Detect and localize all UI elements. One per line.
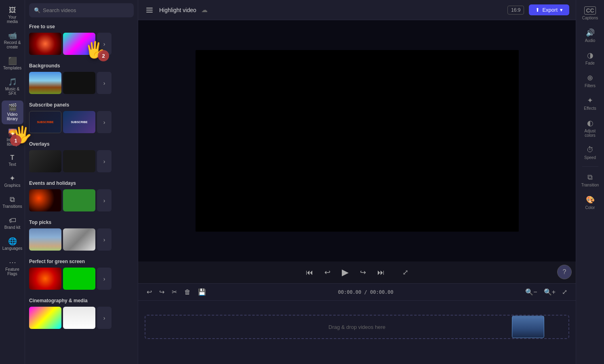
timeline-track: Drag & drop videos here [138,301,576,353]
thumb-landscape[interactable] [29,72,61,94]
thumb-fire[interactable] [29,33,61,55]
thumb-row-events-holidays: › [29,189,134,211]
more-button-overlays[interactable]: › [97,150,112,172]
video-library-icon: 🎬 [8,104,17,111]
fullscreen-button[interactable]: ⤢ [401,266,410,278]
right-tool-label: Filters [585,84,596,88]
sidebar-item-feature-flags[interactable]: ⋯ Feature Flags [2,255,23,279]
redo-button[interactable]: ↪ [157,287,166,297]
filters-icon: ⊕ [587,73,593,82]
zoom-out-button[interactable]: 🔍− [523,287,539,297]
thumb-overlay1[interactable] [29,150,61,172]
right-tool-effects[interactable]: ✦ Effects [578,93,602,114]
timeline-clip[interactable] [512,316,544,338]
sidebar-item-label: Record & create [3,40,22,49]
cloud-save-icon: ☁ [201,6,208,14]
thumb-neon[interactable] [63,33,95,55]
help-button[interactable]: ? [557,265,572,279]
sidebar-item-text[interactable]: T Text [2,151,23,170]
hamburger-button[interactable] [145,6,154,14]
sidebar-item-transitions[interactable]: ⧉ Transitions [2,192,23,212]
search-bar[interactable]: 🔍 Search videos [29,3,134,17]
thumb-mountain[interactable] [29,228,61,251]
your-media-icon: 🖼 [9,6,16,14]
thumb-cine2[interactable] [63,307,95,329]
skip-to-end-button[interactable]: ⏭ [376,267,386,278]
sidebar-item-label: Video library [3,112,22,121]
right-tool-label: Speed [584,155,596,160]
sidebar-item-languages[interactable]: 🌐 Languages [2,234,23,254]
more-button-backgrounds[interactable]: › [97,72,112,94]
sidebar-item-image-library[interactable]: 🌄 Image library [2,126,23,150]
section-title-events-holidays: Events and holidays [29,177,134,186]
right-tool-color[interactable]: 🎨 Color [578,192,602,213]
record-create-icon: 📹 [8,32,17,39]
sidebar-item-your-media[interactable]: 🖼 Your media [2,3,23,27]
right-tool-captions[interactable]: CC Captions [578,3,602,23]
right-tool-speed[interactable]: ⏱ Speed [578,142,602,163]
image-library-icon: 🌄 [8,129,17,136]
thumb-green[interactable] [63,189,95,211]
section-events-holidays: Events and holidays › [25,177,138,216]
more-button-top-picks[interactable]: › [97,228,112,251]
export-button[interactable]: ⬆ Export ▾ [529,4,569,15]
right-tool-label: Color [585,205,595,210]
section-green-screen: Perfect for green screen › [25,255,138,295]
transitions-icon: ⧉ [10,196,15,203]
sidebar-item-music-sfx[interactable]: 🎵 Music & SFX [2,75,23,99]
captions-icon: CC [584,6,596,15]
thumb-greenscreen1[interactable] [29,268,61,290]
thumb-subscribe1[interactable]: SUBSCRIBE [29,111,61,133]
right-tool-transition[interactable]: ⧉ Transition [578,170,602,190]
thumb-row-green-screen: › [29,268,134,290]
sidebar-item-brand-kit[interactable]: 🏷 Brand kit [2,213,23,233]
thumb-overlay2[interactable] [63,150,95,172]
more-button-subscribe-panels[interactable]: › [97,111,112,133]
delete-button[interactable]: 🗑 [182,287,193,297]
right-tool-fade[interactable]: ◑ Fade [578,48,602,69]
fit-to-window-button[interactable]: ⤢ [560,287,569,297]
cut-button[interactable]: ✂ [170,287,179,297]
sidebar-item-label: Image library [3,138,22,146]
timeline-area: ↩ ↪ ✂ 🗑 💾 00:00.00 / 00:00.00 🔍− 🔍+ ⤢ Dr… [138,283,576,364]
thumb-subscribe2[interactable]: SUBSCRIBE [63,111,95,133]
rewind-button[interactable]: ↩ [323,266,332,278]
forward-button[interactable]: ↪ [358,266,368,278]
aspect-ratio-badge[interactable]: 16:9 [507,6,524,15]
more-button-cinematography[interactable]: › [97,307,112,329]
section-title-cinematography: Cinematography & media [29,295,134,303]
right-panel: CC Captions 🔊 Audio ◑ Fade ⊕ Filters ✦ E… [576,0,604,364]
right-tool-audio[interactable]: 🔊 Audio [578,25,602,46]
thumb-greenscreen2[interactable] [63,268,95,290]
main-area: Highlight video ☁ 16:9 ⬆ Export ▾ ⏮ ↩ ▶ … [138,0,576,364]
sidebar-item-label: Transitions [2,204,22,209]
zoom-in-button[interactable]: 🔍+ [542,287,558,297]
thumb-row-subscribe-panels: SUBSCRIBE SUBSCRIBE › [29,111,134,133]
right-tool-label: Captions [582,16,598,20]
more-button-green-screen[interactable]: › [97,268,112,290]
more-button-events-holidays[interactable]: › [97,189,112,211]
save-button[interactable]: 💾 [196,287,208,297]
project-title: Highlight video [159,7,196,13]
play-button[interactable]: ▶ [340,266,350,279]
more-button-free-to-use[interactable]: › [97,33,112,55]
thumb-silver[interactable] [63,228,95,251]
right-tool-filters[interactable]: ⊕ Filters [578,70,602,91]
thumb-fireworks[interactable] [29,189,61,211]
section-backgrounds: Backgrounds › [25,60,138,99]
top-bar-right: 16:9 ⬆ Export ▾ [507,4,569,15]
sidebar-item-templates[interactable]: ⬛ Templates [2,54,23,73]
sidebar-item-label: Music & SFX [3,87,22,96]
undo-button[interactable]: ↩ [145,287,154,297]
track-lane[interactable]: Drag & drop videos here [145,315,569,339]
skip-to-start-button[interactable]: ⏮ [304,267,315,278]
zoom-controls: 🔍− 🔍+ ⤢ [523,287,569,297]
sidebar-item-video-library[interactable]: 🎬 Video library [2,100,23,124]
thumb-dark[interactable] [63,72,95,94]
playback-controls: ⏮ ↩ ▶ ↪ ⏭ ⤢ [138,261,576,283]
thumb-cine1[interactable] [29,307,61,329]
sidebar-item-record-create[interactable]: 📹 Record & create [2,29,23,52]
right-tool-adjust-colors[interactable]: ◐ Adjust colors [578,115,602,141]
sidebar-item-graphics[interactable]: ✦ Graphics [2,172,23,191]
section-title-overlays: Overlays [29,138,134,147]
